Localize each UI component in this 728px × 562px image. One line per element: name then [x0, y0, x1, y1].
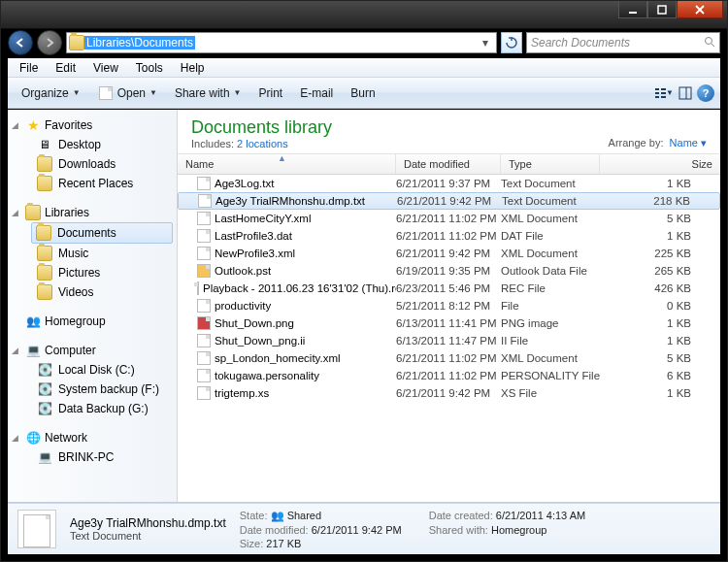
computer-icon: 💻 — [25, 343, 41, 358]
file-row[interactable]: Outlook.pst6/19/2011 9:35 PMOutlook Data… — [178, 262, 720, 280]
network-header[interactable]: ◢🌐Network — [8, 428, 177, 447]
view-options-button[interactable]: ▼ — [654, 83, 674, 103]
nav-music[interactable]: Music — [8, 244, 177, 263]
file-icon — [197, 369, 211, 382]
address-bar[interactable]: Libraries\Documents ▾ — [66, 32, 497, 53]
computer-header[interactable]: ◢💻Computer — [8, 341, 177, 360]
file-row[interactable]: sp_London_homecity.xml6/21/2011 11:02 PM… — [178, 349, 720, 367]
burn-button[interactable]: Burn — [343, 83, 382, 103]
nav-videos[interactable]: Videos — [8, 282, 177, 302]
preview-pane-button[interactable] — [676, 83, 695, 103]
file-row[interactable]: Shut_Down_png.ii6/13/2011 11:47 PMII Fil… — [178, 332, 720, 349]
file-size: 265 KB — [600, 265, 720, 277]
file-type: II File — [501, 335, 600, 347]
file-size: 5 KB — [600, 213, 720, 224]
minimize-button[interactable] — [618, 1, 647, 18]
file-size: 5 KB — [600, 352, 720, 364]
address-dropdown-icon[interactable]: ▾ — [477, 36, 494, 50]
col-size[interactable]: Size — [600, 154, 720, 174]
col-date[interactable]: Date modified — [396, 154, 501, 174]
menu-help[interactable]: Help — [173, 59, 213, 77]
homegroup-header[interactable]: ◢👥Homegroup — [8, 312, 177, 331]
col-type[interactable]: Type — [501, 154, 600, 174]
file-row[interactable]: tokugawa.personality6/21/2011 11:02 PMPE… — [178, 367, 720, 384]
column-headers: Name▲ Date modified Type Size — [178, 153, 720, 175]
file-size: 218 KB — [601, 195, 719, 207]
file-name: Playback - 2011.06.23 16'31'02 (Thu).rec — [203, 282, 396, 294]
desktop-icon: 🖥 — [37, 137, 52, 152]
menu-tools[interactable]: Tools — [128, 59, 171, 77]
file-icon — [197, 316, 211, 330]
file-row[interactable]: Age3y TrialRMhonshu.dmp.txt6/21/2011 9:4… — [178, 192, 720, 210]
help-button[interactable]: ? — [697, 84, 714, 102]
organize-button[interactable]: Organize▼ — [14, 83, 88, 103]
file-icon — [197, 351, 211, 365]
file-size: 1 KB — [600, 317, 720, 329]
title-bar[interactable] — [1, 1, 727, 28]
search-box[interactable]: Search Documents — [526, 32, 720, 53]
file-date: 6/13/2011 11:47 PM — [396, 335, 501, 347]
email-button[interactable]: E-mail — [292, 83, 341, 103]
file-row[interactable]: LastHomeCityY.xml6/21/2011 11:02 PMXML D… — [178, 210, 720, 227]
file-row[interactable]: NewProfile3.xml6/21/2011 9:42 PMXML Docu… — [178, 245, 720, 262]
nav-local-disk[interactable]: 💽Local Disk (C:) — [8, 360, 177, 380]
file-thumbnail — [17, 510, 56, 548]
nav-downloads[interactable]: Downloads — [8, 154, 177, 174]
col-name[interactable]: Name▲ — [178, 154, 396, 174]
favorites-header[interactable]: ◢★Favorites — [8, 116, 177, 135]
file-size: 225 KB — [600, 248, 720, 259]
arrange-by[interactable]: Arrange by: Name ▾ — [609, 137, 707, 149]
folder-icon — [69, 35, 84, 50]
back-button[interactable] — [8, 30, 33, 55]
svg-rect-8 — [655, 96, 659, 98]
close-button[interactable] — [677, 1, 723, 18]
file-name: LastProfile3.dat — [215, 230, 292, 242]
nav-system-backup[interactable]: 💽System backup (F:) — [8, 380, 177, 399]
file-size: 426 KB — [600, 282, 720, 294]
file-type: Text Document — [501, 178, 600, 189]
details-filetype: Text Document — [70, 530, 226, 542]
includes-label: Includes: — [191, 138, 234, 149]
file-row[interactable]: LastProfile3.dat6/21/2011 11:02 PMDAT Fi… — [178, 227, 720, 245]
file-date: 6/21/2011 9:42 PM — [397, 195, 502, 207]
search-icon — [704, 36, 715, 50]
file-row[interactable]: productivity5/21/2011 8:12 PMFile0 KB — [178, 297, 720, 314]
file-row[interactable]: Playback - 2011.06.23 16'31'02 (Thu).rec… — [178, 280, 720, 297]
menu-edit[interactable]: Edit — [48, 59, 83, 77]
menu-view[interactable]: View — [85, 59, 126, 77]
address-text: Libraries\Documents — [84, 36, 195, 50]
file-row[interactable]: Age3Log.txt6/21/2011 9:37 PMText Documen… — [178, 175, 720, 192]
nav-brink-pc[interactable]: 💻BRINK-PC — [8, 447, 177, 467]
downloads-icon — [37, 156, 52, 172]
details-filename: Age3y TrialRMhonshu.dmp.txt — [70, 516, 226, 530]
file-row[interactable]: Shut_Down.png6/13/2011 11:41 PMPNG image… — [178, 314, 720, 332]
open-button[interactable]: Open▼ — [90, 83, 165, 104]
maximize-button[interactable] — [647, 1, 677, 18]
file-type: XML Document — [501, 248, 600, 259]
file-type: PERSONALITY File — [501, 370, 600, 381]
file-type: XS File — [501, 387, 600, 399]
share-with-button[interactable]: Share with▼ — [167, 83, 249, 103]
file-type: DAT File — [501, 230, 600, 242]
print-button[interactable]: Print — [251, 83, 291, 103]
nav-data-backup[interactable]: 💽Data Backup (G:) — [8, 399, 177, 418]
nav-recent[interactable]: Recent Places — [8, 174, 177, 193]
nav-documents[interactable]: Documents — [31, 222, 173, 244]
refresh-button[interactable] — [501, 32, 522, 53]
notepad-icon — [98, 85, 114, 101]
file-row[interactable]: trigtemp.xs6/21/2011 9:42 PMXS File1 KB — [178, 384, 720, 402]
file-size: 1 KB — [600, 387, 720, 399]
file-type: PNG image — [501, 317, 600, 329]
nav-pictures[interactable]: Pictures — [8, 263, 177, 282]
file-type: XML Document — [501, 213, 600, 224]
pc-icon: 💻 — [37, 449, 52, 465]
star-icon: ★ — [25, 117, 41, 133]
nav-desktop[interactable]: 🖥Desktop — [8, 135, 177, 154]
menu-file[interactable]: File — [12, 59, 46, 77]
libraries-header[interactable]: ◢Libraries — [8, 203, 177, 222]
file-list[interactable]: Age3Log.txt6/21/2011 9:37 PMText Documen… — [178, 175, 720, 502]
documents-icon — [36, 225, 51, 241]
svg-point-4 — [706, 37, 712, 44]
content-pane: Documents library Includes: 2 locations … — [178, 110, 720, 502]
includes-link[interactable]: 2 locations — [237, 138, 288, 149]
